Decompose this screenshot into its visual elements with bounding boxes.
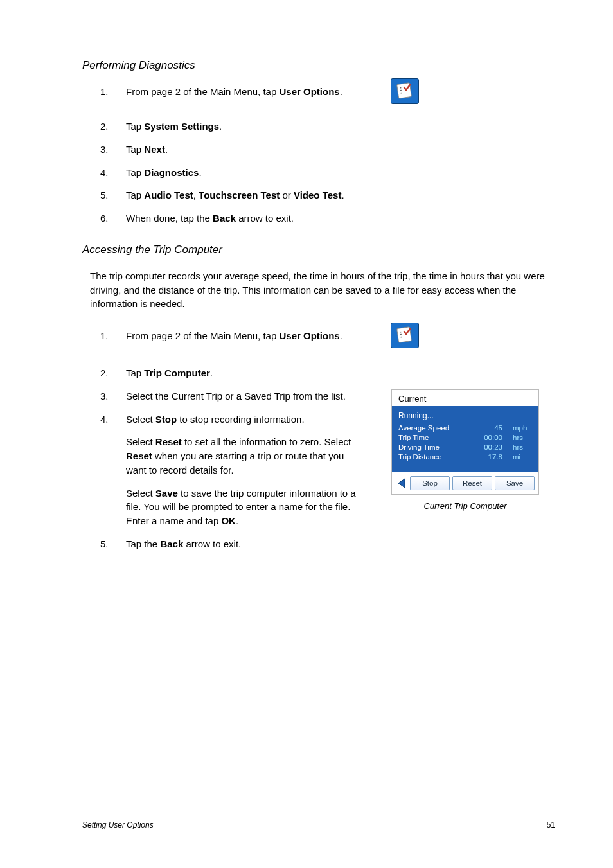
step-text: Tap Next. — [126, 143, 555, 157]
section-trip-computer-title: Accessing the Trip Computer — [82, 244, 555, 256]
trip-row-value: 45 — [484, 424, 502, 432]
trip-computer-screenshot: Current Running... Average Speed45mph Tr… — [391, 389, 539, 495]
step-number: 5. — [100, 537, 126, 551]
step-text: When done, tap the Back arrow to exit. — [126, 211, 555, 226]
list-item: 6. When done, tap the Back arrow to exit… — [100, 211, 555, 226]
back-arrow-icon[interactable] — [396, 476, 407, 490]
stop-button[interactable]: Stop — [410, 476, 450, 490]
trip-computer-description: The trip computer records your average s… — [90, 269, 547, 311]
user-options-icon — [391, 323, 419, 348]
step-text: Tap Audio Test, Touchscreen Test or Vide… — [126, 188, 555, 202]
step-text: Tap Trip Computer. — [126, 366, 555, 380]
reset-button[interactable]: Reset — [452, 476, 492, 490]
trip-body-panel: Running... Average Speed45mph Trip Time0… — [392, 406, 538, 472]
page-footer: Setting User Options 51 — [82, 820, 555, 829]
footer-section-name: Setting User Options — [82, 820, 154, 829]
save-button[interactable]: Save — [495, 476, 535, 490]
step-number: 2. — [100, 120, 126, 134]
trip-row-unit: hrs — [513, 443, 532, 451]
step-text: From page 2 of the Main Menu, tap User O… — [126, 329, 383, 343]
trip-row-value: 00:00 — [484, 434, 502, 441]
step-number: 4. — [100, 412, 126, 528]
trip-row-value: 17.8 — [484, 453, 502, 461]
trip-row-label: Trip Distance — [398, 453, 474, 461]
list-item: 5. Tap the Back arrow to exit. — [100, 537, 357, 551]
list-item: 1. From page 2 of the Main Menu, tap Use… — [100, 329, 555, 355]
step-number: 6. — [100, 211, 126, 226]
trip-row-unit: hrs — [513, 434, 532, 441]
trip-data-grid: Average Speed45mph Trip Time00:00hrs Dri… — [398, 424, 532, 461]
list-item: 2. Tap System Settings. — [100, 120, 555, 134]
step-number: 3. — [100, 143, 126, 157]
trip-row-label: Driving Time — [398, 443, 474, 451]
list-item: 1. From page 2 of the Main Menu, tap Use… — [100, 85, 555, 111]
page-number: 51 — [547, 820, 555, 829]
step-number: 3. — [100, 389, 126, 403]
step-text: Tap the Back arrow to exit. — [126, 537, 357, 551]
list-item: 4. Select Stop to stop recording informa… — [100, 412, 357, 528]
step-text: Tap Diagnostics. — [126, 166, 555, 180]
trip-status-text: Running... — [398, 411, 532, 420]
screenshot-caption: Current Trip Computer — [423, 501, 506, 511]
list-item: 2. Tap Trip Computer. — [100, 366, 555, 380]
diagnostics-steps-list: 1. From page 2 of the Main Menu, tap Use… — [100, 85, 555, 226]
step-number: 5. — [100, 188, 126, 202]
trip-row-unit: mi — [513, 453, 532, 461]
list-item: 3. Tap Next. — [100, 143, 555, 157]
user-options-icon — [391, 78, 419, 104]
step-number: 4. — [100, 166, 126, 180]
trip-row-value: 00:23 — [484, 443, 502, 451]
step-text: From page 2 of the Main Menu, tap User O… — [126, 85, 383, 99]
list-item: 4. Tap Diagnostics. — [100, 166, 555, 180]
trip-row-label: Trip Time — [398, 434, 474, 441]
list-item: 3. Select the Current Trip or a Saved Tr… — [100, 389, 357, 403]
step-number: 2. — [100, 366, 126, 380]
section-performing-diagnostics-title: Performing Diagnostics — [82, 59, 555, 72]
step-text: Select Stop to stop recording informatio… — [126, 412, 357, 528]
trip-row-label: Average Speed — [398, 424, 474, 432]
step-text: Tap System Settings. — [126, 120, 555, 134]
trip-window-title: Current — [392, 390, 538, 406]
step-number: 1. — [100, 329, 126, 343]
step-text: Select the Current Trip or a Saved Trip … — [126, 389, 357, 403]
step-number: 1. — [100, 85, 126, 99]
trip-computer-steps-list: 1. From page 2 of the Main Menu, tap Use… — [100, 329, 555, 560]
list-item: 5. Tap Audio Test, Touchscreen Test or V… — [100, 188, 555, 202]
trip-row-unit: mph — [513, 424, 532, 432]
trip-button-bar: Stop Reset Save — [392, 472, 538, 494]
